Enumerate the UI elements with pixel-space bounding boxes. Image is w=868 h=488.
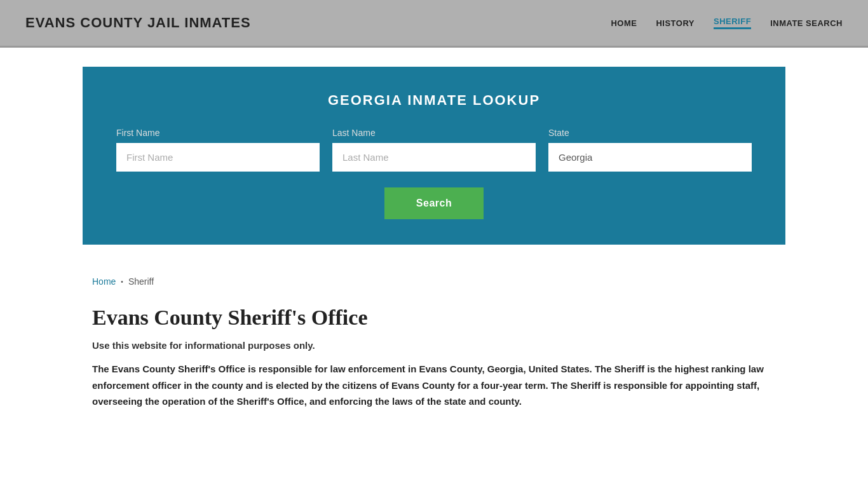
main-nav: HOME HISTORY SHERIFF INMATE SEARCH bbox=[611, 17, 843, 29]
inmate-search-form: First Name Last Name State Search bbox=[116, 128, 752, 219]
breadcrumb-separator: • bbox=[121, 278, 123, 285]
site-header: EVANS COUNTY JAIL INMATES HOME HISTORY S… bbox=[0, 0, 868, 48]
breadcrumb-home-link[interactable]: Home bbox=[92, 276, 116, 287]
first-name-input[interactable] bbox=[116, 143, 320, 172]
last-name-group: Last Name bbox=[332, 128, 536, 172]
last-name-label: Last Name bbox=[332, 128, 536, 138]
first-name-label: First Name bbox=[116, 128, 320, 138]
search-banner: GEORGIA INMATE LOOKUP First Name Last Na… bbox=[83, 67, 785, 245]
breadcrumb: Home • Sheriff bbox=[0, 264, 868, 299]
nav-item-sheriff[interactable]: SHERIFF bbox=[714, 17, 751, 29]
state-group: State bbox=[548, 128, 752, 172]
nav-item-history[interactable]: HISTORY bbox=[656, 18, 695, 28]
nav-item-home[interactable]: HOME bbox=[611, 18, 637, 28]
body-text: The Evans County Sheriff's Office is res… bbox=[92, 361, 776, 410]
form-row: First Name Last Name State bbox=[116, 128, 752, 172]
page-title: Evans County Sheriff's Office bbox=[92, 306, 776, 330]
last-name-input[interactable] bbox=[332, 143, 536, 172]
page-subtitle: Use this website for informational purpo… bbox=[92, 340, 776, 351]
banner-title: GEORGIA INMATE LOOKUP bbox=[328, 92, 540, 109]
first-name-group: First Name bbox=[116, 128, 320, 172]
search-button[interactable]: Search bbox=[384, 187, 484, 219]
main-content: Evans County Sheriff's Office Use this w… bbox=[0, 299, 868, 445]
state-label: State bbox=[548, 128, 752, 138]
state-input[interactable] bbox=[548, 143, 752, 172]
site-title: EVANS COUNTY JAIL INMATES bbox=[25, 15, 251, 31]
nav-item-inmate-search[interactable]: INMATE SEARCH bbox=[770, 18, 843, 28]
search-btn-row: Search bbox=[116, 187, 752, 219]
breadcrumb-current: Sheriff bbox=[128, 276, 154, 287]
